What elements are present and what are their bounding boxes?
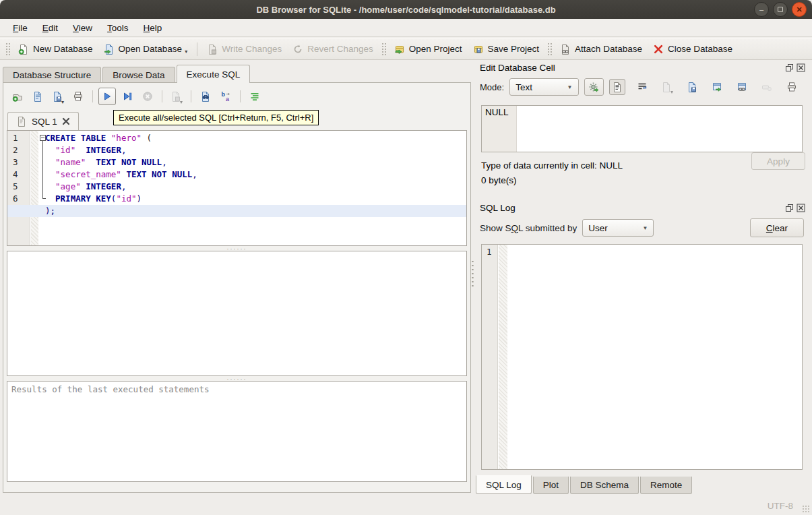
clear-button[interactable]: Clear (750, 218, 804, 237)
dock-tab-plot[interactable]: Plot (533, 477, 569, 494)
toolbar-handle[interactable] (547, 42, 552, 56)
auto-switch-mode-button[interactable] (584, 78, 604, 96)
tab-new-button[interactable] (9, 88, 26, 105)
minimize-icon[interactable]: – (754, 2, 769, 17)
stop-button[interactable] (139, 88, 156, 105)
close-dock-icon[interactable] (796, 203, 805, 212)
new-database-button[interactable]: New Database (13, 40, 98, 58)
code-area: CREATE TABLE "hero" ( "id" INTEGER, "nam… (38, 132, 466, 217)
cell-value-editor[interactable]: NULL (481, 105, 803, 152)
open-external-icon (712, 82, 722, 92)
dock-tab-sql-log[interactable]: SQL Log (476, 475, 532, 494)
tab-browse-data[interactable]: Browse Data (102, 67, 175, 83)
print-cell-icon (786, 82, 797, 92)
fold-margin (31, 131, 38, 245)
resize-grip[interactable] (802, 505, 810, 513)
tab-close-icon[interactable] (62, 117, 70, 125)
execute-all-icon (102, 91, 113, 102)
status-bar: UTF-8 (0, 495, 812, 515)
code-line-3: "name" TEXT NOT NULL, (38, 156, 466, 169)
vertical-splitter[interactable] (471, 260, 475, 286)
splitter-grid-results[interactable]: ······ (3, 376, 470, 381)
new-database-icon (18, 44, 29, 55)
dropdown-caret-icon[interactable]: ▾ (670, 89, 673, 95)
fold-collapse-icon[interactable] (40, 135, 46, 141)
revert-changes-button[interactable]: Revert Changes (287, 40, 379, 58)
sql-file-tab[interactable]: SQL 1 (7, 112, 79, 130)
dropdown-caret-icon[interactable]: ▾ (185, 49, 187, 55)
write-changes-button[interactable]: Write Changes (201, 40, 287, 58)
title-bar[interactable]: DB Browser for SQLite - /home/user/code/… (0, 0, 812, 19)
mode-select[interactable]: Text ▼ (509, 78, 578, 96)
word-wrap-button[interactable] (634, 79, 650, 95)
text-mode-icon (612, 82, 623, 92)
close-dock-icon[interactable] (796, 63, 805, 72)
attach-database-button[interactable]: Attach Database (555, 40, 648, 58)
open-project-button[interactable]: Open Project (389, 40, 468, 58)
edit-cell-title: Edit Database Cell (480, 63, 784, 73)
log-line-number: 1 (487, 247, 492, 257)
toolbar-separator (191, 90, 191, 102)
dropdown-caret-icon[interactable]: ▾ (180, 99, 183, 105)
toolbar-handle[interactable] (381, 42, 386, 56)
close-database-button[interactable]: Close Database (648, 40, 738, 58)
execute-all-button[interactable] (98, 88, 116, 105)
close-icon[interactable]: ✕ (792, 2, 807, 17)
menu-bar: FileEditViewToolsHelp (0, 19, 812, 37)
save-project-button[interactable]: Save Project (468, 40, 545, 58)
log-filter-row: Show SQL submitted by User ▼ Clear (476, 216, 808, 240)
log-filter-select[interactable]: User ▼ (582, 219, 654, 237)
sql-editor[interactable]: 1234567 CREATE TABLE "hero" ( "id" INTEG… (7, 130, 467, 246)
code-line-7: ); (7, 205, 466, 217)
menu-tools[interactable]: Tools (101, 20, 135, 36)
format-button[interactable] (246, 88, 263, 105)
results-message-panel: Results of the last executed statements (7, 381, 467, 482)
find-icon (200, 91, 211, 102)
export-data-button[interactable] (684, 79, 700, 95)
export-data-icon (687, 82, 697, 92)
cell-value: NULL (485, 107, 509, 117)
apply-button[interactable]: Apply (751, 152, 805, 170)
splitter-editor-grid[interactable]: ······ (3, 246, 470, 251)
menu-edit[interactable]: Edit (36, 20, 64, 36)
set-null-button[interactable] (759, 79, 775, 95)
execute-line-button[interactable] (119, 88, 136, 105)
menu-file[interactable]: File (7, 20, 34, 36)
find-button[interactable] (197, 88, 214, 105)
window-controls: – ✕ (754, 2, 807, 17)
print-button[interactable] (69, 88, 87, 105)
attach-database-label: Attach Database (575, 44, 642, 54)
sql-log-editor[interactable]: 1 (481, 244, 803, 470)
float-dock-icon[interactable] (784, 63, 794, 72)
replace-button[interactable]: ba (217, 88, 235, 105)
text-mode-button[interactable] (609, 79, 625, 95)
save-project-icon (473, 44, 484, 55)
float-dock-icon[interactable] (784, 203, 794, 212)
dropdown-caret-icon[interactable]: ▾ (61, 99, 64, 105)
print-cell-button[interactable] (784, 79, 800, 95)
tab-execute-sql[interactable]: Execute SQL (177, 65, 251, 83)
tab-database-structure[interactable]: Database Structure (3, 67, 101, 83)
svg-text:a: a (226, 96, 230, 102)
maximize-icon[interactable] (773, 2, 788, 17)
toolbar-separator (162, 90, 162, 102)
log-fold-margin (499, 245, 507, 469)
revert-changes-label: Revert Changes (307, 44, 373, 54)
link-icon (737, 82, 747, 92)
import-data-button[interactable]: ▾ (659, 79, 675, 95)
svg-text:b: b (222, 91, 226, 98)
dock-tab-remote[interactable]: Remote (640, 477, 692, 494)
mode-select-value: Text (516, 82, 532, 92)
sql-document-icon (16, 116, 27, 127)
dock-tab-db-schema[interactable]: DB Schema (570, 477, 639, 494)
open-sql-button[interactable] (29, 88, 46, 105)
open-database-button[interactable]: Open Database▾ (98, 40, 193, 58)
save-sql-button[interactable]: ▾ (49, 88, 67, 105)
menu-view[interactable]: View (67, 20, 98, 36)
menu-help[interactable]: Help (137, 20, 168, 36)
toolbar-handle[interactable] (5, 42, 10, 56)
results-grid-panel (7, 251, 467, 376)
save-results-button[interactable]: ▾ (168, 88, 185, 105)
open-external-button[interactable] (709, 79, 725, 95)
link-button[interactable] (734, 79, 750, 95)
